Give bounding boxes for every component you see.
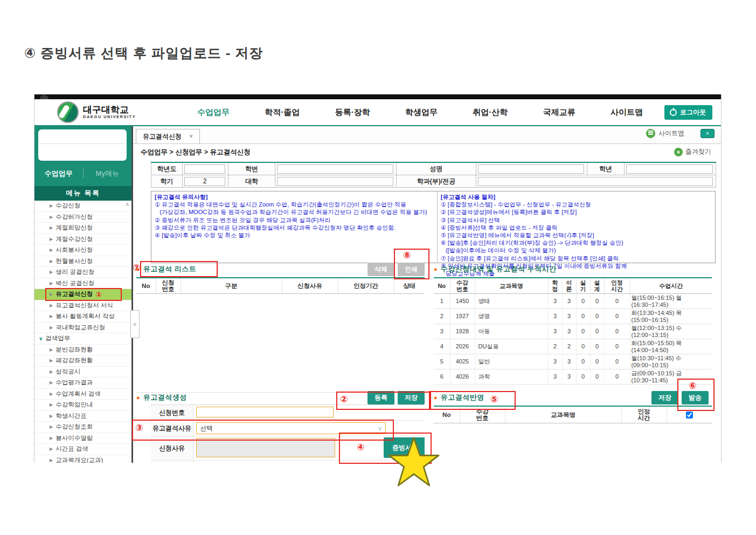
- sidebar-item[interactable]: ▶시간표 검색: [34, 444, 131, 455]
- sidebar-item[interactable]: ▶봉사 활동계획서 작성: [34, 311, 131, 323]
- sidebar-item[interactable]: ▶백신 공결신청: [34, 278, 131, 290]
- college-input[interactable]: [277, 177, 393, 186]
- user-info-divider: [39, 143, 126, 144]
- table-row[interactable]: 54025일반33000월(10:30~11:45) 수(09:00~10:15…: [434, 354, 712, 369]
- reason-textarea[interactable]: [196, 438, 335, 457]
- page-tab[interactable]: 유고결석신청 ×: [136, 129, 200, 143]
- sidebar-item[interactable]: ▶생리 공결신청: [34, 267, 131, 278]
- sidebar-item-label: 국내학점교류신청: [56, 324, 105, 332]
- sidebar-item-label: 수강학점안내: [56, 401, 93, 409]
- notice-line: ② 증빙서류가 위조 또는 변조된 것일 경우 해당 교과목 실격(F)처리: [155, 216, 434, 224]
- nav-item-6[interactable]: 사이트맵: [611, 107, 643, 118]
- register-button[interactable]: 등록: [367, 391, 394, 404]
- chevron-right-icon: ▶: [50, 248, 53, 252]
- grade-input[interactable]: [626, 164, 713, 174]
- evidence-button[interactable]: 증빙서류: [384, 437, 425, 458]
- university-logo: 대구대학교 DAEGU UNIVERSITY: [57, 101, 165, 123]
- absence-list-header: ● 유고결석 리스트 삭제 인쇄: [136, 262, 425, 276]
- section-bullet-icon: ●: [434, 266, 438, 272]
- delete-button[interactable]: 삭제: [367, 263, 394, 276]
- sidebar-item[interactable]: ▶성적공시: [34, 367, 131, 378]
- table-row[interactable]: 21927생명33000화(13:30~14:45) 목(15:00~16:15…: [434, 309, 712, 324]
- table-cell: 3: [562, 354, 576, 369]
- sidebar-item[interactable]: ▶계절희망신청: [34, 223, 131, 234]
- sidebar-item[interactable]: ▶수강학점안내: [34, 400, 131, 411]
- sidebar-item[interactable]: ▶폐강강좌현황: [34, 355, 131, 367]
- table-cell: 0: [590, 324, 604, 339]
- sidebar-item[interactable]: ▶수강신청조회: [34, 422, 131, 433]
- table-row[interactable]: 11450생태33000월(15:00~16:15) 월(16:30~17:45…: [434, 294, 712, 309]
- name-label: 성명: [397, 162, 476, 175]
- nav-item-3[interactable]: 학생업무: [405, 107, 438, 118]
- sitemap-button[interactable]: 사이트맵: [646, 129, 684, 138]
- dept-input[interactable]: [478, 177, 713, 186]
- column-header: No: [136, 278, 156, 294]
- sidebar-item[interactable]: ▶국내학점교류신청: [34, 323, 131, 334]
- sidebar-item[interactable]: ▶수업평가결과: [34, 378, 131, 389]
- sidebar-item[interactable]: ▶수강신청: [34, 201, 131, 212]
- studentid-input[interactable]: [277, 164, 393, 174]
- table-cell: 금(09:00~10:15) 금(10:30~11:45): [630, 369, 712, 385]
- sidebar-item[interactable]: ▶학생시간표: [34, 411, 131, 422]
- select-all-checkbox[interactable]: [686, 411, 693, 419]
- apply-no-input[interactable]: [196, 407, 334, 417]
- column-header: 신청 번호: [156, 278, 181, 294]
- close-all-tabs-icon[interactable]: ×: [700, 129, 715, 138]
- period-label: 인정기간: [151, 461, 193, 463]
- sidebar-item[interactable]: ▶분반강좌현황: [34, 345, 131, 356]
- sidebar-item[interactable]: ▶유고결석신청①: [34, 289, 131, 300]
- absence-apply-title: 유고결석반영: [441, 393, 484, 402]
- sidebar-item[interactable]: ▶유고결석신청서 서식: [34, 300, 131, 312]
- send-button[interactable]: 발송: [682, 391, 709, 404]
- period-start-input[interactable]: ▦: [196, 463, 250, 463]
- favorite-star-icon: ★: [674, 148, 683, 156]
- user-info-box: [38, 129, 127, 161]
- sidebar-tab-work[interactable]: 수업업무: [34, 169, 83, 179]
- sidebar-item-label: 봉사이수열람: [56, 434, 93, 442]
- sidebar-item[interactable]: ▶교과목개요(교과): [34, 455, 131, 463]
- sidebar-tab-mymenu[interactable]: My메뉴: [84, 169, 132, 179]
- scroll-up-icon[interactable]: ∧: [126, 201, 129, 207]
- year-input[interactable]: [184, 164, 225, 174]
- logout-button[interactable]: 로그아웃: [664, 105, 712, 120]
- sidebar-item[interactable]: ▶헌혈봉사신청: [34, 256, 131, 268]
- nav-item-5[interactable]: 국제교류: [543, 107, 575, 118]
- table-cell: 4: [434, 339, 450, 354]
- apply-save-button[interactable]: 저장: [651, 391, 678, 404]
- nav-item-1[interactable]: 학적·졸업: [265, 107, 300, 118]
- create-save-button[interactable]: 저장: [398, 391, 425, 404]
- chevron-right-icon: ▶: [50, 203, 53, 208]
- nav-item-0[interactable]: 수업업무: [197, 107, 230, 118]
- close-icon[interactable]: ×: [189, 133, 193, 140]
- table-cell: 생태: [475, 294, 548, 309]
- sidebar-item[interactable]: ∨검색업무: [34, 333, 131, 345]
- main-area: 유고결석신청 × 사이트맵 × 수업업무 > 신청업무 > 유고결석신청 ★ 즐…: [133, 126, 721, 463]
- sidebar-item[interactable]: ▶수업계획서 검색: [34, 389, 131, 400]
- favorite-button[interactable]: ★ 즐겨찾기: [674, 147, 711, 156]
- table-cell: 2: [548, 339, 562, 354]
- table-cell: 0: [576, 324, 590, 339]
- sidebar-item[interactable]: ▶계절수강신청: [34, 234, 131, 245]
- sidebar-item[interactable]: ▶수강허가신청: [34, 212, 131, 223]
- period-end-input[interactable]: ▦: [274, 463, 328, 463]
- notice-line: ([발송]이후에는 데이터 수정 및 삭제 불가): [441, 246, 712, 254]
- chevron-down-icon: ∨: [378, 425, 382, 432]
- absence-create-form: 신청번호 유고결석사유 선택 ∨ 신청사유: [151, 404, 425, 463]
- table-cell: 0: [576, 339, 590, 354]
- nav-item-2[interactable]: 등록·장학: [335, 107, 370, 118]
- table-row[interactable]: 42026DU실용22000화(15:00~15:50) 목(14:00~14:…: [434, 339, 712, 354]
- sidebar-item[interactable]: ▶사회봉사신청: [34, 245, 131, 256]
- collapse-handle[interactable]: <: [130, 310, 140, 338]
- semester-input[interactable]: [184, 177, 225, 186]
- table-row[interactable]: 64026과학33000금(09:00~10:15) 금(10:30~11:45…: [434, 369, 712, 385]
- table-row[interactable]: 31928아동33000월(12:00~13:15) 수(12:00~13:15…: [434, 324, 712, 339]
- nav-item-4[interactable]: 취업·산학: [473, 107, 508, 118]
- absence-apply-section: ● 유고결석반영 저장 발송 No수강 번호교과목명인정 시간: [434, 390, 712, 423]
- column-header: 인정 시간: [621, 406, 667, 423]
- name-input[interactable]: [478, 164, 584, 174]
- sidebar-item-label: 유고결석신청: [56, 290, 93, 298]
- sidebar-item[interactable]: ▶봉사이수열람: [34, 433, 131, 444]
- reason-type-select[interactable]: 선택 ∨: [196, 422, 386, 434]
- print-button[interactable]: 인쇄: [398, 263, 425, 276]
- app-window: 대구대학교 DAEGU UNIVERSITY 수업업무학적·졸업등록·장학학생업…: [34, 94, 722, 463]
